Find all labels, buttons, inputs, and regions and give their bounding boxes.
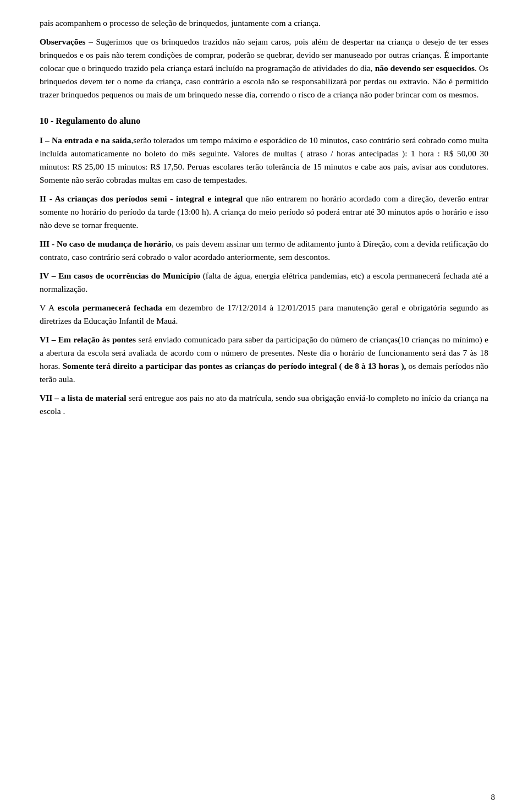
- text-roman4-bold: IV – Em casos de ocorrências do Municípi…: [40, 271, 200, 280]
- main-content: pais acompanhem o processo de seleção de…: [40, 17, 488, 418]
- text-observacoes-body: – Sugerimos que os brinquedos trazidos n…: [40, 37, 488, 99]
- heading-text: 10 - Regulamento do aluno: [40, 116, 140, 126]
- text-p1: pais acompanhem o processo de seleção de…: [40, 18, 321, 28]
- text-roman5-pre: V A: [40, 303, 57, 312]
- text-roman6-bold: VI – Em relação às pontes: [40, 335, 136, 344]
- paragraph-2: Observações – Sugerimos que os brinquedo…: [40, 35, 488, 101]
- text-roman5-bold: escola permanecerá fechada: [57, 303, 162, 312]
- paragraph-roman-4: IV – Em casos de ocorrências do Municípi…: [40, 269, 488, 296]
- text-roman2-bold: II - As crianças dos períodos semi - int…: [40, 194, 243, 203]
- text-roman3-bold: III - No caso de mudança de horário: [40, 239, 172, 248]
- paragraph-roman-1: I – Na entrada e na saída,serão tolerado…: [40, 134, 488, 187]
- paragraph-roman-2: II - As crianças dos períodos semi - int…: [40, 192, 488, 232]
- text-observacoes-bold: Observações: [40, 37, 86, 46]
- page: pais acompanhem o processo de seleção de…: [0, 0, 528, 812]
- paragraph-roman-3: III - No caso de mudança de horário, os …: [40, 237, 488, 264]
- paragraph-roman-5: V A escola permanecerá fechada em dezemb…: [40, 301, 488, 328]
- section-heading-10: 10 - Regulamento do aluno: [40, 115, 488, 128]
- text-nao-devendo-bold: não devendo ser esquecidos: [375, 63, 475, 73]
- paragraph-roman-6: VI – Em relação às pontes será enviado c…: [40, 333, 488, 386]
- paragraph-1: pais acompanhem o processo de seleção de…: [40, 17, 488, 30]
- page-number: 8: [491, 793, 496, 802]
- text-roman1-bold: I – Na entrada e na saída: [40, 135, 131, 145]
- paragraph-roman-7: VII – a lista de material será entregue …: [40, 391, 488, 418]
- text-roman6-somente-bold: Somente terá direito a participar das po…: [62, 361, 406, 370]
- text-roman7-bold: VII – a lista de material: [40, 393, 127, 402]
